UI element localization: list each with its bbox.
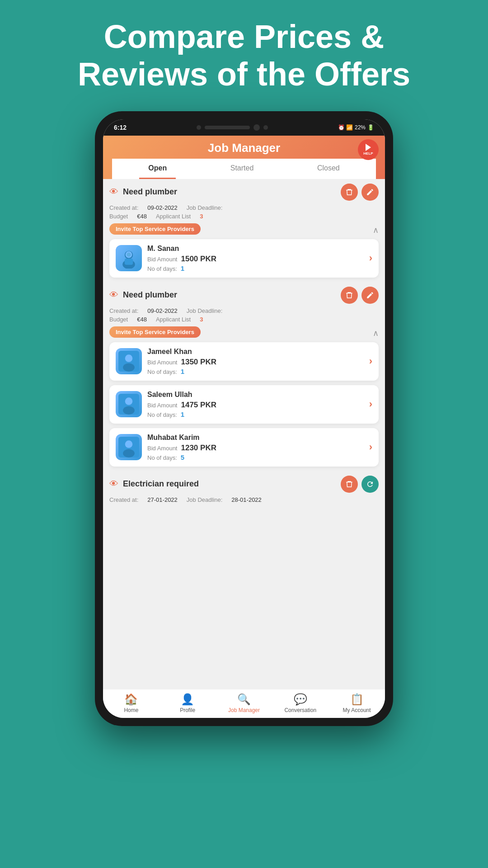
tab-bar: Open Started Closed [112,159,376,179]
provider-card-jameel[interactable]: Jameel Khan Bid Amount 1350 PKR No of da… [109,342,379,381]
job-section-1: 👁 Need plumber [103,179,385,239]
provider-name-muhabat: Muhabat Karim [147,434,364,442]
days-value-muhabat: 5 [181,453,184,461]
job-title-2: Need plumber [123,290,177,300]
delete-button-2[interactable] [341,287,358,304]
eye-icon-2: 👁 [109,290,118,300]
job-title-1: Need plumber [123,187,177,197]
svg-rect-4 [125,259,133,265]
conversation-icon: 💬 [294,693,307,706]
status-time: 6:12 [114,124,127,131]
nav-profile-label: Profile [180,707,195,713]
job-manager-icon: 🔍 [237,693,251,706]
chevron-jameel[interactable]: › [369,355,372,367]
eye-icon: 👁 [109,187,118,197]
nav-home-label: Home [124,707,138,713]
days-value-saleem: 1 [181,410,184,418]
status-bar: 6:12 ⏰ 📶 22% 🔋 [103,119,385,136]
svg-point-10 [123,406,135,415]
nav-my-account[interactable]: 📋 My Account [328,693,385,713]
nav-profile[interactable]: 👤 Profile [160,693,216,713]
status-battery: ⏰ 📶 22% 🔋 [338,124,374,131]
bid-label: Bid Amount [147,256,178,263]
svg-point-6 [125,354,133,362]
home-icon: 🏠 [124,693,138,706]
bottom-nav: 🏠 Home 👤 Profile 🔍 Job Manager 💬 Convers… [103,689,385,718]
page-hero-title: Compare Prices & Reviews of the Offers [0,0,488,107]
invite-badge-1[interactable]: Invite Top Service Providers [109,223,201,235]
provider-card-sanan[interactable]: M. Sanan Bid Amount 1500 PKR No of days:… [109,239,379,278]
app-title: Job Manager [112,141,376,159]
invite-badge-2[interactable]: Invite Top Service Providers [109,326,201,338]
edit-button-1[interactable] [361,184,379,201]
bid-amount-jameel: 1350 PKR [181,358,216,367]
tab-closed[interactable]: Closed [308,159,349,179]
delete-button-1[interactable] [341,184,358,201]
profile-icon: 👤 [181,693,194,706]
phone-device: 6:12 ⏰ 📶 22% 🔋 Job Manager HELP [95,111,393,726]
delete-button-3[interactable] [341,476,358,493]
avatar-saleem [116,391,142,417]
refresh-button-3[interactable] [361,476,379,493]
svg-point-13 [123,449,135,458]
svg-point-12 [125,440,133,448]
avatar-sanan [116,245,142,271]
provider-name-sanan: M. Sanan [147,245,364,253]
svg-point-7 [123,363,135,372]
nav-my-account-label: My Account [343,707,371,713]
nav-job-manager-label: Job Manager [228,707,260,713]
days-value-sanan: 1 [181,264,184,272]
nav-job-manager[interactable]: 🔍 Job Manager [216,693,272,713]
nav-home[interactable]: 🏠 Home [103,693,160,713]
provider-card-muhabat[interactable]: Muhabat Karim Bid Amount 1230 PKR No of … [109,428,379,467]
avatar-muhabat [116,434,142,460]
help-button[interactable]: HELP [358,139,379,160]
bid-amount-muhabat: 1230 PKR [181,443,216,453]
bid-amount-sanan: 1500 PKR [181,255,216,264]
avatar-jameel [116,348,142,374]
nav-conversation-label: Conversation [284,707,316,713]
eye-icon-3: 👁 [109,479,118,489]
section-toggle-1[interactable]: ∧ [373,225,379,235]
section-toggle-2[interactable]: ∧ [373,328,379,338]
chevron-muhabat[interactable]: › [369,441,372,453]
job-title-3: Electrician required [123,479,199,489]
my-account-icon: 📋 [350,693,364,706]
provider-name-saleem: Saleem Ullah [147,391,364,399]
svg-point-9 [125,397,133,405]
nav-conversation[interactable]: 💬 Conversation [272,693,328,713]
bid-amount-saleem: 1475 PKR [181,401,216,410]
svg-point-3 [127,253,131,257]
chevron-sanan[interactable]: › [369,252,372,264]
tab-open[interactable]: Open [139,159,176,179]
chevron-saleem[interactable]: › [369,398,372,410]
app-content: 👁 Need plumber [103,179,385,689]
tab-started[interactable]: Started [221,159,263,179]
job-section-2: 👁 Need plumber [103,282,385,342]
provider-name-jameel: Jameel Khan [147,348,364,356]
days-label: No of days: [147,265,177,272]
provider-card-saleem[interactable]: Saleem Ullah Bid Amount 1475 PKR No of d… [109,385,379,424]
days-value-jameel: 1 [181,368,184,375]
edit-button-2[interactable] [361,287,379,304]
job-section-3: 👁 Electrician required [103,471,385,507]
